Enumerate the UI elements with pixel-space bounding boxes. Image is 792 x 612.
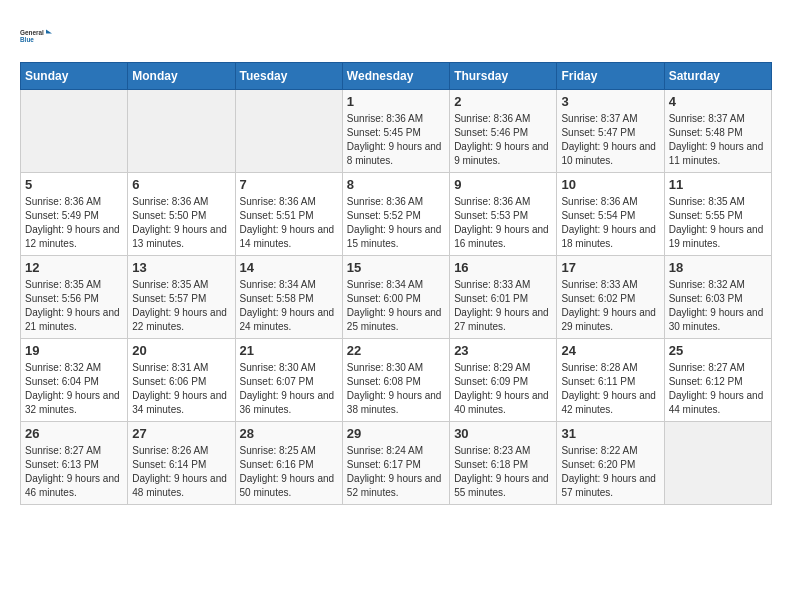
calendar-cell: 21Sunrise: 8:30 AMSunset: 6:07 PMDayligh… (235, 339, 342, 422)
calendar-cell: 5Sunrise: 8:36 AMSunset: 5:49 PMDaylight… (21, 173, 128, 256)
calendar-cell: 31Sunrise: 8:22 AMSunset: 6:20 PMDayligh… (557, 422, 664, 505)
day-detail: Sunrise: 8:36 AMSunset: 5:50 PMDaylight:… (132, 195, 230, 251)
day-number: 1 (347, 94, 445, 109)
calendar-cell: 28Sunrise: 8:25 AMSunset: 6:16 PMDayligh… (235, 422, 342, 505)
day-detail: Sunrise: 8:31 AMSunset: 6:06 PMDaylight:… (132, 361, 230, 417)
calendar-weekday-saturday: Saturday (664, 63, 771, 90)
day-detail: Sunrise: 8:32 AMSunset: 6:04 PMDaylight:… (25, 361, 123, 417)
day-number: 4 (669, 94, 767, 109)
day-detail: Sunrise: 8:35 AMSunset: 5:57 PMDaylight:… (132, 278, 230, 334)
calendar-week-row: 19Sunrise: 8:32 AMSunset: 6:04 PMDayligh… (21, 339, 772, 422)
calendar-cell: 26Sunrise: 8:27 AMSunset: 6:13 PMDayligh… (21, 422, 128, 505)
day-number: 21 (240, 343, 338, 358)
day-detail: Sunrise: 8:27 AMSunset: 6:12 PMDaylight:… (669, 361, 767, 417)
day-number: 27 (132, 426, 230, 441)
calendar-cell: 24Sunrise: 8:28 AMSunset: 6:11 PMDayligh… (557, 339, 664, 422)
calendar-cell: 9Sunrise: 8:36 AMSunset: 5:53 PMDaylight… (450, 173, 557, 256)
day-number: 19 (25, 343, 123, 358)
calendar-cell: 3Sunrise: 8:37 AMSunset: 5:47 PMDaylight… (557, 90, 664, 173)
day-number: 2 (454, 94, 552, 109)
calendar-weekday-tuesday: Tuesday (235, 63, 342, 90)
day-detail: Sunrise: 8:34 AMSunset: 5:58 PMDaylight:… (240, 278, 338, 334)
day-number: 20 (132, 343, 230, 358)
calendar-weekday-wednesday: Wednesday (342, 63, 449, 90)
calendar-weekday-monday: Monday (128, 63, 235, 90)
day-number: 17 (561, 260, 659, 275)
calendar-cell: 18Sunrise: 8:32 AMSunset: 6:03 PMDayligh… (664, 256, 771, 339)
day-detail: Sunrise: 8:36 AMSunset: 5:51 PMDaylight:… (240, 195, 338, 251)
calendar-cell: 6Sunrise: 8:36 AMSunset: 5:50 PMDaylight… (128, 173, 235, 256)
calendar-weekday-friday: Friday (557, 63, 664, 90)
calendar-cell: 29Sunrise: 8:24 AMSunset: 6:17 PMDayligh… (342, 422, 449, 505)
day-detail: Sunrise: 8:33 AMSunset: 6:02 PMDaylight:… (561, 278, 659, 334)
logo: GeneralBlue (20, 20, 52, 52)
calendar-week-row: 1Sunrise: 8:36 AMSunset: 5:45 PMDaylight… (21, 90, 772, 173)
day-detail: Sunrise: 8:32 AMSunset: 6:03 PMDaylight:… (669, 278, 767, 334)
day-detail: Sunrise: 8:36 AMSunset: 5:53 PMDaylight:… (454, 195, 552, 251)
day-detail: Sunrise: 8:33 AMSunset: 6:01 PMDaylight:… (454, 278, 552, 334)
day-number: 5 (25, 177, 123, 192)
day-number: 9 (454, 177, 552, 192)
day-number: 8 (347, 177, 445, 192)
day-number: 28 (240, 426, 338, 441)
calendar-cell: 27Sunrise: 8:26 AMSunset: 6:14 PMDayligh… (128, 422, 235, 505)
calendar-cell (21, 90, 128, 173)
calendar-cell: 30Sunrise: 8:23 AMSunset: 6:18 PMDayligh… (450, 422, 557, 505)
day-detail: Sunrise: 8:37 AMSunset: 5:47 PMDaylight:… (561, 112, 659, 168)
day-detail: Sunrise: 8:22 AMSunset: 6:20 PMDaylight:… (561, 444, 659, 500)
day-detail: Sunrise: 8:36 AMSunset: 5:45 PMDaylight:… (347, 112, 445, 168)
svg-marker-2 (46, 30, 52, 34)
day-detail: Sunrise: 8:23 AMSunset: 6:18 PMDaylight:… (454, 444, 552, 500)
calendar-weekday-sunday: Sunday (21, 63, 128, 90)
day-number: 25 (669, 343, 767, 358)
calendar-cell: 10Sunrise: 8:36 AMSunset: 5:54 PMDayligh… (557, 173, 664, 256)
day-detail: Sunrise: 8:35 AMSunset: 5:56 PMDaylight:… (25, 278, 123, 334)
calendar-cell: 7Sunrise: 8:36 AMSunset: 5:51 PMDaylight… (235, 173, 342, 256)
calendar-cell: 11Sunrise: 8:35 AMSunset: 5:55 PMDayligh… (664, 173, 771, 256)
day-detail: Sunrise: 8:26 AMSunset: 6:14 PMDaylight:… (132, 444, 230, 500)
logo-icon: GeneralBlue (20, 20, 52, 52)
day-detail: Sunrise: 8:29 AMSunset: 6:09 PMDaylight:… (454, 361, 552, 417)
calendar-cell: 12Sunrise: 8:35 AMSunset: 5:56 PMDayligh… (21, 256, 128, 339)
calendar-cell (664, 422, 771, 505)
day-detail: Sunrise: 8:36 AMSunset: 5:54 PMDaylight:… (561, 195, 659, 251)
day-number: 23 (454, 343, 552, 358)
calendar-cell: 25Sunrise: 8:27 AMSunset: 6:12 PMDayligh… (664, 339, 771, 422)
calendar-header-row: SundayMondayTuesdayWednesdayThursdayFrid… (21, 63, 772, 90)
calendar-cell: 15Sunrise: 8:34 AMSunset: 6:00 PMDayligh… (342, 256, 449, 339)
calendar-cell: 17Sunrise: 8:33 AMSunset: 6:02 PMDayligh… (557, 256, 664, 339)
calendar-cell: 23Sunrise: 8:29 AMSunset: 6:09 PMDayligh… (450, 339, 557, 422)
day-number: 22 (347, 343, 445, 358)
day-detail: Sunrise: 8:25 AMSunset: 6:16 PMDaylight:… (240, 444, 338, 500)
calendar-cell: 1Sunrise: 8:36 AMSunset: 5:45 PMDaylight… (342, 90, 449, 173)
day-detail: Sunrise: 8:24 AMSunset: 6:17 PMDaylight:… (347, 444, 445, 500)
day-number: 3 (561, 94, 659, 109)
day-detail: Sunrise: 8:36 AMSunset: 5:46 PMDaylight:… (454, 112, 552, 168)
calendar-cell: 8Sunrise: 8:36 AMSunset: 5:52 PMDaylight… (342, 173, 449, 256)
day-detail: Sunrise: 8:28 AMSunset: 6:11 PMDaylight:… (561, 361, 659, 417)
day-number: 26 (25, 426, 123, 441)
day-detail: Sunrise: 8:30 AMSunset: 6:08 PMDaylight:… (347, 361, 445, 417)
day-number: 12 (25, 260, 123, 275)
day-detail: Sunrise: 8:37 AMSunset: 5:48 PMDaylight:… (669, 112, 767, 168)
calendar-cell (235, 90, 342, 173)
calendar-cell (128, 90, 235, 173)
calendar-week-row: 12Sunrise: 8:35 AMSunset: 5:56 PMDayligh… (21, 256, 772, 339)
page-header: GeneralBlue (20, 20, 772, 52)
day-number: 6 (132, 177, 230, 192)
day-detail: Sunrise: 8:36 AMSunset: 5:49 PMDaylight:… (25, 195, 123, 251)
svg-text:Blue: Blue (20, 36, 34, 43)
svg-text:General: General (20, 29, 44, 36)
calendar-cell: 19Sunrise: 8:32 AMSunset: 6:04 PMDayligh… (21, 339, 128, 422)
calendar-table: SundayMondayTuesdayWednesdayThursdayFrid… (20, 62, 772, 505)
day-number: 30 (454, 426, 552, 441)
day-number: 18 (669, 260, 767, 275)
calendar-cell: 4Sunrise: 8:37 AMSunset: 5:48 PMDaylight… (664, 90, 771, 173)
day-number: 15 (347, 260, 445, 275)
calendar-cell: 22Sunrise: 8:30 AMSunset: 6:08 PMDayligh… (342, 339, 449, 422)
day-number: 14 (240, 260, 338, 275)
day-number: 10 (561, 177, 659, 192)
day-number: 7 (240, 177, 338, 192)
calendar-week-row: 5Sunrise: 8:36 AMSunset: 5:49 PMDaylight… (21, 173, 772, 256)
day-detail: Sunrise: 8:36 AMSunset: 5:52 PMDaylight:… (347, 195, 445, 251)
